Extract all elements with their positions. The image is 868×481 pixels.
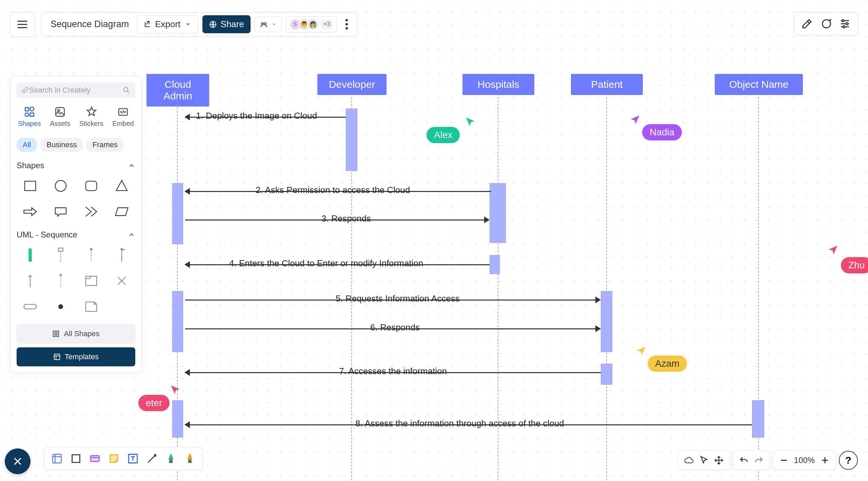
lifeline-label: Patient — [591, 79, 623, 90]
tool-pen[interactable] — [163, 451, 179, 466]
undo-button[interactable] — [737, 454, 751, 467]
cursor-arrow-icon — [635, 345, 647, 357]
activation-bar[interactable] — [490, 183, 506, 243]
cloud-icon — [684, 455, 694, 465]
cursor-name: Zhu — [848, 260, 865, 270]
activation-bar[interactable] — [601, 291, 612, 352]
zoom-out-button[interactable] — [777, 454, 791, 467]
lifeline-head[interactable]: Cloud Admin — [146, 74, 209, 107]
redo-icon — [754, 455, 764, 465]
plus-icon — [820, 455, 830, 465]
cursor-name: Nadia — [650, 127, 674, 137]
zoom-in-button[interactable] — [818, 454, 832, 467]
message-label[interactable]: 7. Accesses the information — [336, 366, 450, 377]
move-icon — [714, 455, 724, 465]
tool-sticky[interactable] — [106, 451, 122, 466]
cursor-name: Alex — [434, 130, 452, 140]
cursor-name: eter — [146, 398, 162, 408]
message-label[interactable]: 1. Deploys the Image on Cloud — [193, 111, 320, 121]
collaborator-cursor: eter — [138, 395, 170, 411]
close-panel-button[interactable] — [5, 448, 31, 474]
redo-button[interactable] — [752, 454, 766, 467]
cursor-arrow-icon — [827, 244, 839, 256]
activation-bar[interactable] — [346, 109, 357, 171]
cursor-arrow-icon — [629, 114, 641, 126]
lifeline-head[interactable]: Patient — [571, 74, 643, 95]
tool-rectangle[interactable] — [68, 451, 84, 466]
pointer-icon — [699, 455, 709, 465]
collaborator-cursor: Alex — [427, 127, 460, 143]
lifeline-label: Object Name — [729, 79, 788, 90]
bottom-toolbar — [44, 447, 203, 470]
lifeline-label: Developer — [329, 79, 375, 90]
cursor-arrow-icon — [465, 116, 476, 128]
activation-bar[interactable] — [172, 400, 183, 438]
pan-button[interactable] — [712, 454, 726, 467]
cursor-name: Azam — [655, 358, 679, 369]
message-label[interactable]: 6. Responds — [367, 322, 423, 333]
lifeline-head[interactable]: Hospitals — [462, 74, 534, 95]
minus-icon — [779, 455, 789, 465]
pointer-button[interactable] — [697, 454, 711, 467]
activation-bar[interactable] — [601, 364, 612, 385]
svg-rect-33 — [91, 456, 99, 462]
message-label[interactable]: 5. Requests Information Access — [332, 293, 463, 304]
tool-frame[interactable] — [49, 451, 65, 466]
svg-rect-31 — [53, 454, 61, 463]
message-label[interactable]: 2. Asks Permission to access the Cloud — [252, 185, 413, 195]
collaborator-cursor: Azam — [648, 355, 687, 372]
lifeline[interactable] — [606, 97, 607, 480]
diagram-canvas[interactable]: Cloud Admin Developer Hospitals Patient … — [0, 0, 868, 481]
tool-connector[interactable] — [144, 451, 160, 466]
zoom-level[interactable]: 100% — [792, 456, 817, 465]
tool-card[interactable] — [87, 451, 103, 466]
sync-button[interactable] — [682, 454, 696, 467]
tool-highlighter[interactable] — [182, 451, 198, 466]
lifeline-head[interactable]: Object Name — [715, 74, 803, 95]
activation-bar[interactable] — [172, 291, 183, 352]
help-button[interactable]: ? — [839, 451, 858, 470]
activation-bar[interactable] — [752, 400, 764, 438]
activation-bar[interactable] — [490, 255, 500, 274]
cursor-arrow-icon — [170, 384, 181, 396]
lifeline-label: Hospitals — [477, 79, 519, 90]
svg-rect-32 — [72, 455, 80, 463]
undo-icon — [739, 455, 749, 465]
message-label[interactable]: 8. Assess the information through access… — [352, 418, 568, 429]
close-icon — [12, 456, 23, 467]
collaborator-cursor: Zhu — [841, 257, 868, 273]
lifeline-head[interactable]: Developer — [317, 74, 387, 95]
collaborator-cursor: Nadia — [642, 124, 682, 140]
zoom-controls: 100% ? — [678, 450, 858, 470]
activation-bar[interactable] — [172, 183, 183, 244]
lifeline-label: Cloud Admin — [163, 79, 192, 101]
tool-text[interactable] — [125, 451, 141, 466]
message-label[interactable]: 3. Responds — [318, 213, 374, 224]
message-label[interactable]: 4. Enters the Cloud to Enter or modify I… — [226, 258, 427, 269]
